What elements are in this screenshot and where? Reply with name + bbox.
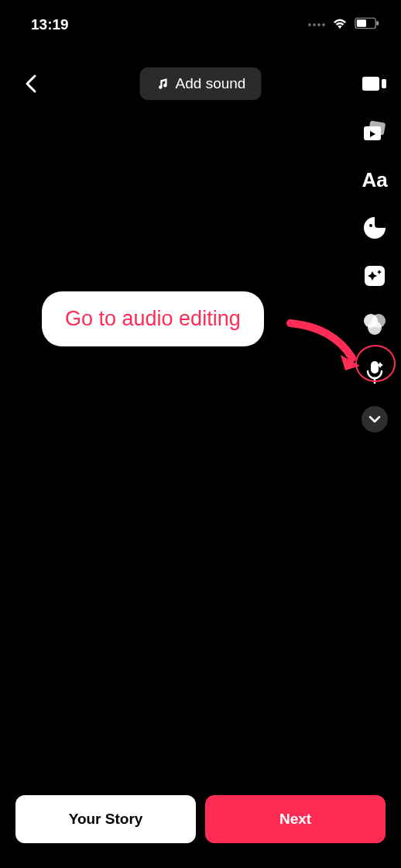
next-label: Next bbox=[279, 811, 311, 827]
annotation-text: Go to audio editing bbox=[65, 307, 241, 330]
sticker-icon bbox=[362, 215, 387, 240]
bottom-bar: Your Story Next bbox=[15, 795, 386, 843]
status-dots-icon bbox=[308, 23, 325, 26]
svg-rect-2 bbox=[376, 21, 379, 26]
filters-button[interactable] bbox=[361, 310, 389, 338]
effects-button[interactable] bbox=[361, 262, 389, 290]
music-note-icon bbox=[156, 77, 170, 91]
microphone-icon bbox=[363, 359, 386, 385]
text-button[interactable]: Aa bbox=[361, 166, 389, 194]
effects-icon bbox=[362, 264, 387, 288]
top-bar: Add sound bbox=[0, 43, 401, 107]
expand-tools-button[interactable] bbox=[362, 406, 388, 432]
audio-editing-button[interactable] bbox=[361, 358, 389, 386]
svg-rect-14 bbox=[371, 361, 379, 374]
status-time: 13:19 bbox=[31, 16, 69, 33]
side-tools: Aa bbox=[361, 70, 389, 432]
svg-marker-16 bbox=[341, 355, 360, 370]
annotation-callout: Go to audio editing bbox=[42, 291, 264, 346]
svg-point-9 bbox=[376, 224, 379, 226]
your-story-button[interactable]: Your Story bbox=[15, 795, 196, 843]
templates-button[interactable] bbox=[361, 118, 389, 146]
status-bar: 13:19 bbox=[0, 0, 401, 43]
stickers-button[interactable] bbox=[361, 214, 389, 242]
add-sound-button[interactable]: Add sound bbox=[140, 67, 262, 100]
chevron-down-icon bbox=[368, 415, 381, 423]
templates-icon bbox=[362, 120, 388, 143]
battery-icon bbox=[355, 17, 379, 33]
wifi-icon bbox=[331, 16, 348, 33]
back-button[interactable] bbox=[15, 68, 46, 99]
adjust-clips-button[interactable] bbox=[361, 70, 389, 98]
svg-rect-3 bbox=[362, 77, 379, 91]
filters-icon bbox=[362, 312, 388, 336]
story-label: Your Story bbox=[69, 811, 143, 827]
svg-rect-1 bbox=[357, 19, 366, 26]
annotation-arrow-icon bbox=[286, 319, 372, 381]
adjust-clips-icon bbox=[361, 72, 389, 95]
add-sound-label: Add sound bbox=[176, 75, 246, 92]
next-button[interactable]: Next bbox=[205, 795, 386, 843]
chevron-left-icon bbox=[24, 73, 38, 95]
svg-rect-4 bbox=[382, 79, 386, 88]
status-icons bbox=[308, 16, 379, 33]
svg-point-8 bbox=[369, 224, 372, 227]
text-icon: Aa bbox=[362, 168, 387, 192]
svg-point-13 bbox=[368, 321, 382, 335]
